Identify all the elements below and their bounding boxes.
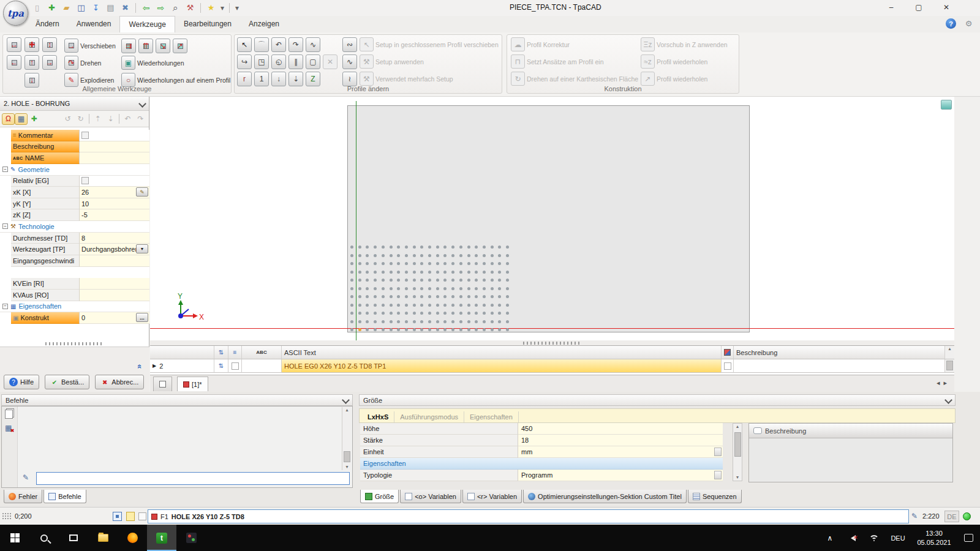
entry-arc-button[interactable]: ↪: [237, 54, 252, 69]
tpa-logo-button[interactable]: tpa: [3, 1, 28, 26]
property-value-xk-x[interactable]: 26✎: [80, 187, 149, 198]
abbrechen-button[interactable]: ✖Abbrec...: [95, 375, 144, 389]
move-up-button[interactable]: ↑: [24, 55, 39, 70]
add-segment-button[interactable]: ∿: [306, 37, 320, 52]
corner-round-button[interactable]: ◵: [271, 54, 286, 69]
join-profiles-button[interactable]: ∿: [342, 54, 357, 69]
split-segment-button[interactable]: ∥: [288, 54, 303, 69]
redo-button[interactable]: ⇨: [154, 2, 167, 13]
browser-button[interactable]: [118, 525, 147, 551]
beschreibung-cell[interactable]: [734, 359, 945, 373]
profile-status-icon[interactable]: [126, 512, 135, 521]
hilfe-button[interactable]: ?Hilfe: [4, 375, 39, 389]
stretch-y-button[interactable]: ↕: [42, 37, 57, 52]
grid-view-button[interactable]: ▦: [15, 113, 28, 125]
arc-ccw-button[interactable]: ↶: [271, 37, 286, 52]
delete-button[interactable]: ✖: [119, 2, 132, 13]
property-value-durchmesser-td[interactable]: 8: [80, 233, 149, 244]
row-checkbox[interactable]: [232, 362, 239, 370]
menu-tab-anzeigen[interactable]: Anzeigen: [240, 16, 288, 32]
kommentar-checkbox[interactable]: [81, 132, 89, 139]
tab-optimierungseinstellungen-tab[interactable]: Optimierungseinstellungen-Sektion Custom…: [523, 490, 687, 503]
scroll-down-icon[interactable]: ▾: [733, 474, 742, 481]
parametric-omega-button[interactable]: Ω: [2, 113, 15, 125]
befehle-tab[interactable]: Befehle: [43, 490, 86, 503]
smooth-profile-button[interactable]: ≀: [342, 72, 357, 86]
property-value-yk-y[interactable]: 10: [80, 198, 149, 210]
network-button[interactable]: [865, 525, 883, 551]
field-value-st-rke[interactable]: 18: [518, 435, 723, 446]
tools-button[interactable]: ⚒: [184, 2, 197, 13]
column-beschreibung[interactable]: Beschreibung: [734, 346, 945, 359]
scroll-up-icon[interactable]: ▴: [342, 407, 352, 413]
scroll-up-icon[interactable]: ▴: [733, 424, 742, 430]
browse-button[interactable]: [714, 471, 722, 479]
property-value-zk-z[interactable]: -5: [80, 209, 149, 221]
notification-center-button[interactable]: [959, 525, 978, 551]
pin-icon[interactable]: [944, 396, 952, 404]
field-value-typologie[interactable]: Programm: [518, 470, 723, 481]
status-checkbox[interactable]: [138, 512, 146, 520]
search-button[interactable]: [29, 525, 59, 551]
property-value-konstrukt[interactable]: 0...: [80, 312, 149, 324]
ascii-text-cell[interactable]: HOLE EG0 X26 Y10 Z-5 TD8 TP1: [282, 359, 722, 373]
canvas-view-button[interactable]: [941, 100, 952, 110]
collapse-icon[interactable]: −: [2, 304, 8, 309]
drehen-button[interactable]: ↷: [64, 56, 78, 70]
corner-square-button[interactable]: ◳: [254, 54, 269, 69]
column-ascii-text[interactable]: ASCII Text: [282, 346, 722, 359]
property-value-beschreibung[interactable]: [80, 141, 149, 153]
scrollbar-thumb[interactable]: [344, 451, 350, 462]
property-value-kvein-ri[interactable]: [80, 278, 149, 290]
favorites-arrow-button[interactable]: ▾: [219, 2, 225, 13]
panel-splitter[interactable]: [0, 340, 149, 347]
groesse-tab-eigenschaften[interactable]: Eigenschaften: [464, 411, 519, 422]
workpiece[interactable]: [347, 105, 750, 332]
field-value-h-he[interactable]: 450: [518, 423, 723, 435]
repeat-x-button[interactable]: ⇉: [121, 39, 136, 53]
tab-groesse-tab[interactable]: Größe: [360, 490, 399, 503]
pin-icon[interactable]: [138, 100, 146, 108]
tab-nav-arrows[interactable]: ◂▸: [937, 379, 951, 387]
stretch-x-button[interactable]: ↔: [7, 37, 21, 52]
wiederholungen-button[interactable]: ▣: [121, 56, 135, 70]
program-row-2[interactable]: ▶ 2 ⇅ HOLE EG0 X26 Y10 Z-5 TD8 TP1: [150, 359, 954, 373]
minimize-button[interactable]: –: [880, 1, 902, 13]
open-file-button[interactable]: ▰: [60, 2, 73, 13]
favorites-button[interactable]: ★: [205, 2, 217, 13]
property-value-relativ-eg[interactable]: [80, 176, 149, 187]
pin-icon[interactable]: [342, 396, 350, 404]
toolbar-options-button[interactable]: ▾: [233, 2, 241, 13]
modify-curve-button[interactable]: ⌒: [254, 37, 269, 52]
collapse-chevron-icon[interactable]: «: [135, 364, 145, 369]
language-indicator[interactable]: DE: [944, 511, 959, 522]
verschieben-button[interactable]: →: [64, 39, 78, 53]
clear-table-icon[interactable]: ▦✖: [5, 424, 12, 432]
move-right-button[interactable]: →: [42, 55, 57, 70]
undo-button[interactable]: ⇦: [140, 2, 153, 13]
bestaetigen-button[interactable]: ✔Bestä...: [45, 375, 89, 389]
property-value-kommentar[interactable]: [80, 130, 149, 141]
close-button[interactable]: ✕: [935, 1, 957, 13]
volume-button[interactable]: ✕: [844, 525, 862, 551]
mirror-diagonal-up-button[interactable]: ↗: [173, 39, 187, 53]
view-tab-3d[interactable]: [153, 377, 172, 391]
property-value-name[interactable]: [80, 152, 149, 164]
apply-point-down-button[interactable]: ⇣: [288, 72, 303, 86]
apply-setup-down-button[interactable]: ↓: [271, 72, 286, 86]
fit-view-icon[interactable]: [113, 512, 122, 521]
relativ-eg-checkbox[interactable]: [81, 177, 89, 184]
save-file-button[interactable]: ◫: [75, 2, 88, 13]
field-value-einheit[interactable]: mm: [518, 446, 723, 458]
column-abc[interactable]: ABC: [242, 346, 282, 359]
command-input[interactable]: [36, 472, 350, 485]
tab-o-variablen-tab[interactable]: <o> Variablen: [400, 490, 461, 503]
fillet-radius-button[interactable]: r: [237, 72, 252, 86]
menu-tab-ndern[interactable]: Ändern: [27, 16, 68, 32]
stretch-xy-button[interactable]: ✚: [24, 37, 39, 52]
add-node-button[interactable]: ✚: [28, 113, 40, 125]
select-pointer-button[interactable]: ↖: [237, 37, 252, 52]
tab-sequenzen-tab[interactable]: Sequenzen: [688, 490, 742, 503]
verschieben-button[interactable]: →Verschieben: [64, 39, 116, 53]
drehen-button[interactable]: ↷Drehen: [64, 56, 101, 70]
